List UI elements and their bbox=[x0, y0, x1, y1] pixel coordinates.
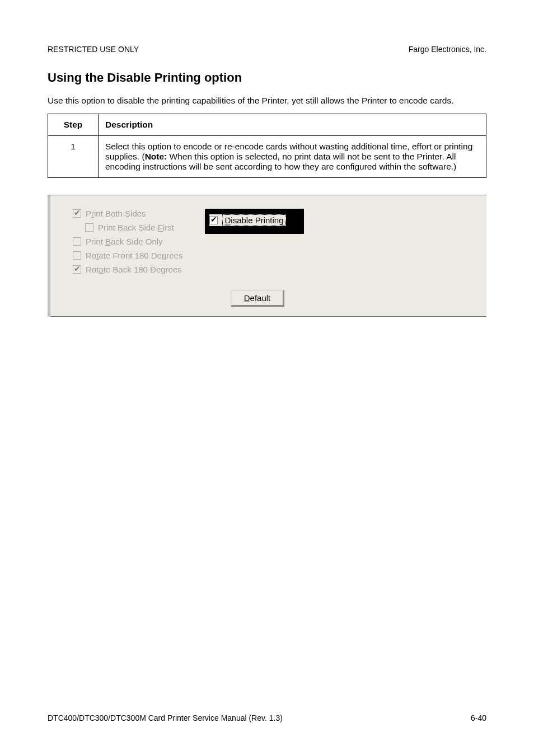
screenshot-inner: ✔ Print Both Sides Print Back Side First… bbox=[50, 195, 486, 317]
print-back-side-first-checkbox[interactable]: Print Back Side First bbox=[73, 223, 182, 232]
checkbox-icon: ✔ bbox=[73, 265, 81, 274]
default-button[interactable]: Default bbox=[231, 290, 284, 306]
checkbox-label: Print Back Side First bbox=[98, 223, 174, 232]
table-row: 1 Select this option to encode or re-enc… bbox=[48, 135, 486, 177]
checkbox-label: Disable Printing bbox=[222, 214, 285, 226]
step-number: 1 bbox=[48, 135, 99, 177]
checkbox-icon bbox=[73, 237, 81, 246]
footer-left: DTC400/DTC300/DTC300M Card Printer Servi… bbox=[48, 713, 283, 722]
checkbox-icon bbox=[73, 251, 81, 260]
header-right: Fargo Electronics, Inc. bbox=[409, 45, 486, 54]
page-header: RESTRICTED USE ONLY Fargo Electronics, I… bbox=[48, 45, 486, 54]
page-title: Using the Disable Printing option bbox=[48, 71, 486, 85]
disable-printing-checkbox[interactable]: ✔ Disable Printing bbox=[209, 214, 285, 226]
screenshot-panel: ✔ Print Both Sides Print Back Side First… bbox=[48, 195, 486, 317]
intro-text: Use this option to disable the printing … bbox=[48, 95, 486, 107]
step-table: Step Description 1 Select this option to… bbox=[48, 114, 486, 178]
col-desc: Description bbox=[99, 114, 486, 135]
print-both-sides-checkbox[interactable]: ✔ Print Both Sides bbox=[73, 209, 182, 218]
checkbox-label: Rotate Back 180 Degrees bbox=[86, 265, 182, 274]
checkbox-label: Print Both Sides bbox=[86, 209, 146, 218]
checkbox-label: Print Back Side Only bbox=[86, 237, 163, 246]
button-row: Default bbox=[73, 290, 464, 306]
check-icon: ✔ bbox=[210, 215, 217, 224]
header-left: RESTRICTED USE ONLY bbox=[48, 45, 139, 54]
print-back-side-only-checkbox[interactable]: Print Back Side Only bbox=[73, 237, 182, 246]
footer-right: 6-40 bbox=[471, 713, 486, 722]
rotate-front-180-checkbox[interactable]: Rotate Front 180 Degrees bbox=[73, 251, 182, 260]
step-description: Select this option to encode or re-encod… bbox=[99, 135, 486, 177]
desc-note: Note: bbox=[145, 152, 167, 161]
checkbox-icon bbox=[85, 223, 93, 232]
col-step: Step bbox=[48, 114, 99, 135]
disable-printing-highlight: ✔ Disable Printing bbox=[205, 209, 303, 234]
checkbox-icon: ✔ bbox=[73, 209, 81, 218]
rotate-back-180-checkbox[interactable]: ✔ Rotate Back 180 Degrees bbox=[73, 265, 182, 274]
highlight-box: ✔ Disable Printing bbox=[205, 209, 303, 234]
checkbox-icon: ✔ bbox=[209, 216, 218, 224]
check-icon: ✔ bbox=[74, 209, 81, 217]
checkbox-column: ✔ Print Both Sides Print Back Side First… bbox=[73, 209, 182, 274]
table-row: Step Description bbox=[48, 114, 486, 135]
checkbox-label: Rotate Front 180 Degrees bbox=[86, 251, 182, 260]
check-icon: ✔ bbox=[74, 265, 81, 273]
page-footer: DTC400/DTC300/DTC300M Card Printer Servi… bbox=[48, 713, 486, 722]
